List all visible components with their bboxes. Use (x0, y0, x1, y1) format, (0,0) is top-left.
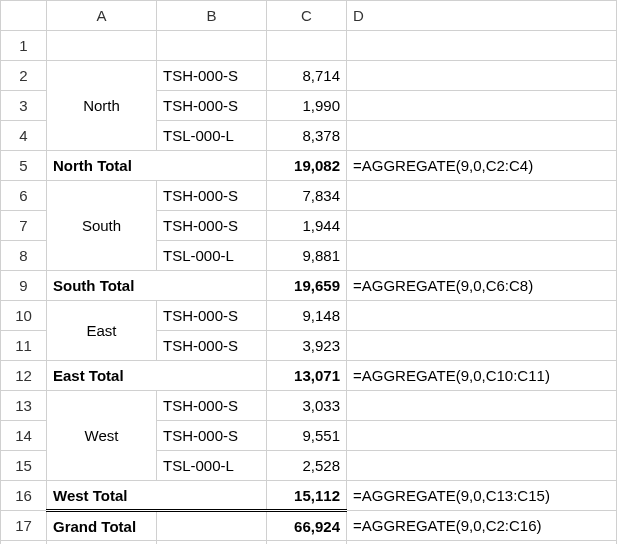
cell-b17[interactable] (157, 511, 267, 541)
cell-d4[interactable] (347, 121, 617, 151)
row-header-9[interactable]: 9 (1, 271, 47, 301)
row-header-8[interactable]: 8 (1, 241, 47, 271)
cell-b11[interactable]: TSH-000-S (157, 331, 267, 361)
row-header-11[interactable]: 11 (1, 331, 47, 361)
cell-d6[interactable] (347, 181, 617, 211)
cell-d8[interactable] (347, 241, 617, 271)
cell-d13[interactable] (347, 391, 617, 421)
cell-a9[interactable]: South Total (47, 271, 267, 301)
cell-b18[interactable] (157, 541, 267, 545)
cell-c8[interactable]: 9,881 (267, 241, 347, 271)
cell-b7[interactable]: TSH-000-S (157, 211, 267, 241)
cell-d5[interactable]: =AGGREGATE(9,0,C2:C4) (347, 151, 617, 181)
col-header-b[interactable]: B (157, 1, 267, 31)
col-header-c[interactable]: C (267, 1, 347, 31)
cell-c18[interactable] (267, 541, 347, 545)
row-header-13[interactable]: 13 (1, 391, 47, 421)
cell-b2[interactable]: TSH-000-S (157, 61, 267, 91)
row-header-7[interactable]: 7 (1, 211, 47, 241)
cell-c5[interactable]: 19,082 (267, 151, 347, 181)
cell-c2[interactable]: 8,714 (267, 61, 347, 91)
cell-a5[interactable]: North Total (47, 151, 267, 181)
cell-a12[interactable]: East Total (47, 361, 267, 391)
cell-a6[interactable]: South (47, 181, 157, 271)
cell-a13[interactable]: West (47, 391, 157, 481)
row-header-2[interactable]: 2 (1, 61, 47, 91)
cell-b10[interactable]: TSH-000-S (157, 301, 267, 331)
cell-a16[interactable]: West Total (47, 481, 267, 511)
cell-d12[interactable]: =AGGREGATE(9,0,C10:C11) (347, 361, 617, 391)
cell-b14[interactable]: TSH-000-S (157, 421, 267, 451)
cell-c12[interactable]: 13,071 (267, 361, 347, 391)
cell-d15[interactable] (347, 451, 617, 481)
cell-d10[interactable] (347, 301, 617, 331)
cell-a2[interactable]: North (47, 61, 157, 151)
cell-c3[interactable]: 1,990 (267, 91, 347, 121)
cell-b3[interactable]: TSH-000-S (157, 91, 267, 121)
cell-c14[interactable]: 9,551 (267, 421, 347, 451)
cell-d14[interactable] (347, 421, 617, 451)
cell-d2[interactable] (347, 61, 617, 91)
cell-a17[interactable]: Grand Total (47, 511, 157, 541)
col-header-d[interactable]: D (347, 1, 617, 31)
col-header-a[interactable]: A (47, 1, 157, 31)
cell-b4[interactable]: TSL-000-L (157, 121, 267, 151)
cell-d7[interactable] (347, 211, 617, 241)
row-header-10[interactable]: 10 (1, 301, 47, 331)
cell-b6[interactable]: TSH-000-S (157, 181, 267, 211)
row-header-1[interactable]: 1 (1, 31, 47, 61)
cell-c13[interactable]: 3,033 (267, 391, 347, 421)
cell-d18[interactable] (347, 541, 617, 545)
row-header-15[interactable]: 15 (1, 451, 47, 481)
cell-d1[interactable] (347, 31, 617, 61)
row-header-14[interactable]: 14 (1, 421, 47, 451)
cell-b13[interactable]: TSH-000-S (157, 391, 267, 421)
row-header-4[interactable]: 4 (1, 121, 47, 151)
row-header-6[interactable]: 6 (1, 181, 47, 211)
cell-c16[interactable]: 15,112 (267, 481, 347, 511)
cell-d11[interactable] (347, 331, 617, 361)
spreadsheet-grid[interactable]: A B C D 1 Region SKU Sales 2 North TSH-0… (0, 0, 617, 544)
row-header-3[interactable]: 3 (1, 91, 47, 121)
cell-b15[interactable]: TSL-000-L (157, 451, 267, 481)
cell-c17[interactable]: 66,924 (267, 511, 347, 541)
cell-d17[interactable]: =AGGREGATE(9,0,C2:C16) (347, 511, 617, 541)
cell-c1[interactable]: Sales (267, 31, 347, 61)
cell-d16[interactable]: =AGGREGATE(9,0,C13:C15) (347, 481, 617, 511)
cell-c15[interactable]: 2,528 (267, 451, 347, 481)
cell-c9[interactable]: 19,659 (267, 271, 347, 301)
row-header-17[interactable]: 17 (1, 511, 47, 541)
cell-c7[interactable]: 1,944 (267, 211, 347, 241)
cell-c10[interactable]: 9,148 (267, 301, 347, 331)
row-header-16[interactable]: 16 (1, 481, 47, 511)
cell-d3[interactable] (347, 91, 617, 121)
cell-c11[interactable]: 3,923 (267, 331, 347, 361)
select-all-corner[interactable] (1, 1, 47, 31)
cell-b8[interactable]: TSL-000-L (157, 241, 267, 271)
cell-c6[interactable]: 7,834 (267, 181, 347, 211)
cell-d9[interactable]: =AGGREGATE(9,0,C6:C8) (347, 271, 617, 301)
cell-a10[interactable]: East (47, 301, 157, 361)
cell-c4[interactable]: 8,378 (267, 121, 347, 151)
row-header-12[interactable]: 12 (1, 361, 47, 391)
row-header-5[interactable]: 5 (1, 151, 47, 181)
row-header-18[interactable]: 18 (1, 541, 47, 545)
cell-a1[interactable]: Region (47, 31, 157, 61)
cell-a18[interactable] (47, 541, 157, 545)
cell-b1[interactable]: SKU (157, 31, 267, 61)
